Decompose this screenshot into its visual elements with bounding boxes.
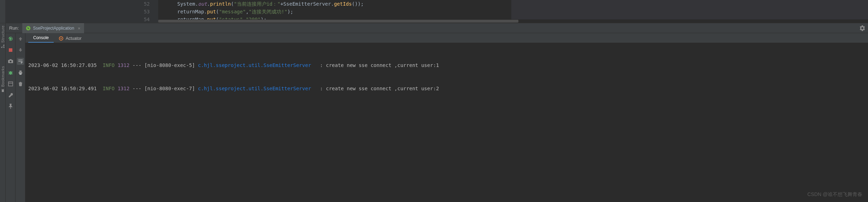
close-tab-icon[interactable]: × bbox=[76, 26, 81, 31]
bookmark-icon bbox=[1, 88, 5, 93]
print-button[interactable] bbox=[17, 69, 24, 76]
rerun-icon bbox=[8, 36, 13, 42]
svg-point-7 bbox=[10, 61, 11, 62]
run-content: Console Actuator 2023-06-02 16:50:27.035… bbox=[6, 33, 868, 202]
trash-icon bbox=[18, 81, 23, 86]
line-number: 53 bbox=[6, 8, 150, 16]
wrench-icon bbox=[8, 92, 13, 98]
tab-actuator-label: Actuator bbox=[66, 36, 82, 41]
horizontal-scrollbar[interactable] bbox=[158, 19, 868, 23]
console-container: Console Actuator 2023-06-02 16:50:27.035… bbox=[25, 33, 868, 202]
left-tool-stripe: Structure Bookmarks bbox=[0, 23, 6, 202]
svg-rect-0 bbox=[3, 47, 4, 48]
code-line[interactable]: returnMap.put("message","连接关闭成功!"); bbox=[158, 8, 868, 16]
line-number: 54 bbox=[6, 16, 150, 23]
wrench-button[interactable] bbox=[7, 92, 14, 99]
log-line: 2023-06-02 16:50:27.035 INFO 1312 --- [n… bbox=[28, 61, 868, 69]
soft-wrap-icon bbox=[18, 59, 23, 64]
arrow-down-icon bbox=[18, 48, 23, 53]
console-tabs-row: Console Actuator bbox=[25, 33, 868, 43]
run-label: Run: bbox=[6, 25, 22, 31]
print-icon bbox=[18, 70, 23, 75]
structure-icon bbox=[1, 44, 5, 48]
stop-button[interactable] bbox=[7, 47, 14, 54]
debug-button[interactable] bbox=[7, 69, 14, 76]
tab-console-label: Console bbox=[33, 35, 49, 40]
run-tab-label: SseProjectApplication bbox=[33, 26, 74, 31]
svg-rect-5 bbox=[9, 48, 12, 52]
run-action-column-1 bbox=[6, 33, 16, 202]
left-stripe-stub bbox=[0, 0, 6, 23]
clear-button[interactable] bbox=[17, 80, 24, 87]
run-action-column-2 bbox=[16, 33, 25, 202]
svg-rect-18 bbox=[19, 73, 22, 75]
layout-button[interactable] bbox=[7, 80, 14, 87]
spring-leaf-icon bbox=[26, 26, 31, 31]
svg-point-9 bbox=[9, 71, 12, 75]
settings-gear-button[interactable] bbox=[859, 25, 866, 32]
editor-area: 52 53 54 System.out.println("当前连接用户id："+… bbox=[0, 0, 868, 23]
watermark-text: CSDN @谁不想飞舞青春 bbox=[807, 191, 862, 198]
editor-gutter: 52 53 54 bbox=[6, 0, 158, 23]
run-main-area: Run: SseProjectApplication × bbox=[6, 23, 868, 202]
console-output[interactable]: 2023-06-02 16:50:27.035 INFO 1312 --- [n… bbox=[25, 43, 868, 202]
svg-line-13 bbox=[12, 74, 13, 74]
tab-console[interactable]: Console bbox=[28, 33, 54, 43]
sidebar-structure-button[interactable]: Structure bbox=[1, 25, 5, 48]
run-panel: Structure Bookmarks Run: SseProjectAppli… bbox=[0, 23, 868, 202]
down-arrow-button[interactable] bbox=[17, 47, 24, 54]
tab-actuator[interactable]: Actuator bbox=[54, 34, 87, 43]
actuator-icon bbox=[59, 36, 64, 41]
code-line[interactable]: System.out.println("当前连接用户id："+SseEmitte… bbox=[158, 0, 868, 8]
svg-rect-1 bbox=[1, 47, 2, 48]
sidebar-bookmarks-button[interactable]: Bookmarks bbox=[1, 66, 5, 93]
bug-icon bbox=[8, 70, 13, 75]
svg-rect-17 bbox=[19, 71, 22, 72]
run-config-tab[interactable]: SseProjectApplication × bbox=[22, 23, 84, 33]
camera-button[interactable] bbox=[7, 58, 14, 65]
pin-button[interactable] bbox=[7, 103, 14, 110]
sidebar-bookmarks-label: Bookmarks bbox=[1, 66, 5, 87]
log-line: 2023-06-02 16:50:29.491 INFO 1312 --- [n… bbox=[28, 85, 868, 92]
layout-icon bbox=[8, 81, 13, 87]
svg-rect-14 bbox=[8, 82, 13, 86]
svg-point-20 bbox=[60, 38, 62, 39]
code-area[interactable]: System.out.println("当前连接用户id："+SseEmitte… bbox=[158, 0, 868, 23]
scrollbar-thumb[interactable] bbox=[158, 20, 518, 23]
arrow-up-icon bbox=[18, 36, 23, 41]
svg-rect-8 bbox=[10, 59, 12, 60]
svg-line-10 bbox=[8, 72, 10, 72]
run-header: Run: SseProjectApplication × bbox=[6, 23, 868, 33]
svg-line-11 bbox=[12, 72, 13, 72]
up-arrow-button[interactable] bbox=[17, 35, 24, 42]
gear-icon bbox=[860, 25, 865, 31]
rerun-button[interactable] bbox=[7, 35, 14, 42]
sidebar-structure-label: Structure bbox=[1, 25, 5, 43]
pin-icon bbox=[8, 104, 13, 109]
soft-wrap-button[interactable] bbox=[17, 58, 24, 65]
line-number: 52 bbox=[6, 0, 150, 8]
svg-line-12 bbox=[8, 74, 10, 74]
stop-icon bbox=[8, 48, 13, 53]
camera-icon bbox=[8, 59, 13, 64]
